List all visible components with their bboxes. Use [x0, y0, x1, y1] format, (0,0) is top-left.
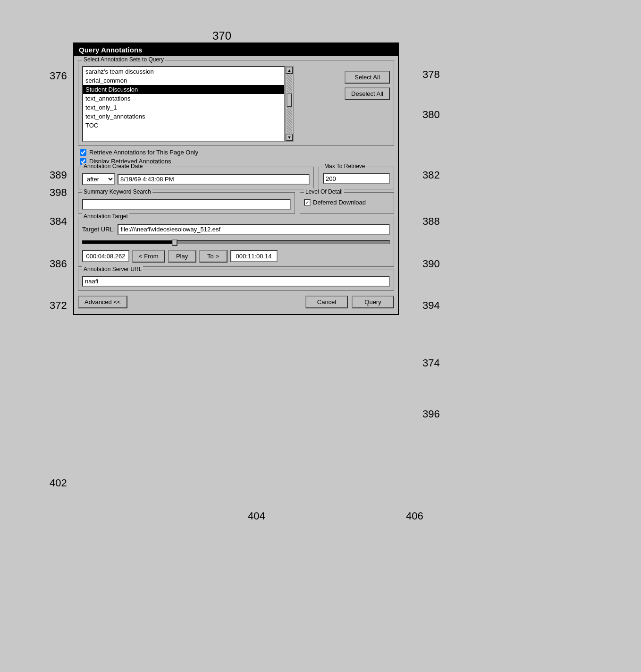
target-url-row: Target URL:: [82, 224, 390, 235]
bottom-buttons: Advanced << Cancel Query: [78, 294, 394, 310]
scroll-down-btn[interactable]: ▼: [286, 134, 293, 141]
list-item[interactable]: text_annotations: [83, 94, 284, 103]
slider-thumb[interactable]: [172, 239, 177, 246]
dialog: Query Annotations Select Annotation Sets…: [73, 43, 399, 315]
dialog-body: Select Annotation Sets to Query sarahz's…: [74, 56, 398, 314]
date-max-row: Annotation Create Date after before on M…: [78, 167, 394, 189]
ref-390: 390: [422, 258, 440, 270]
ref-382: 382: [422, 169, 440, 181]
create-date-group: Annotation Create Date after before on: [78, 167, 314, 189]
slider-container: [82, 238, 390, 247]
scroll-up-btn[interactable]: ▲: [286, 67, 293, 74]
list-item[interactable]: sarahz's team discussion: [83, 67, 284, 76]
time-from-display: 000:04:08.262: [82, 250, 129, 262]
max-retrieve-input-row: [323, 173, 390, 184]
server-url-input[interactable]: [82, 276, 390, 287]
ref-370: 370: [212, 29, 231, 43]
ref-372: 372: [50, 299, 67, 312]
page-wrapper: 370 376 378 380 389 398 382 384 388 386 …: [0, 0, 641, 672]
deselect-all-button[interactable]: Deselect All: [345, 87, 390, 100]
cancel-button[interactable]: Cancel: [305, 296, 348, 308]
keyword-group: Summary Keyword Search: [78, 192, 295, 214]
ref-380: 380: [422, 109, 440, 121]
scroll-track: [287, 74, 292, 134]
playback-row: 000:04:08.262 < From Play To > 000:11:00…: [82, 250, 390, 263]
from-button[interactable]: < From: [132, 250, 165, 263]
play-button[interactable]: Play: [168, 250, 196, 263]
server-url-label: Annotation Server URL: [82, 266, 143, 272]
deferred-download-checkbox-visual[interactable]: ✓: [304, 199, 311, 206]
query-button[interactable]: Query: [352, 296, 394, 308]
annotation-sets-label: Select Annotation Sets to Query: [82, 56, 165, 63]
date-value-input[interactable]: [118, 174, 310, 185]
list-item[interactable]: text_only_1: [83, 103, 284, 112]
retrieve-page-label: Retrieve Annotations for This Page Only: [89, 149, 198, 156]
level-detail-input-row: ✓ Deferred Download: [304, 199, 390, 206]
target-url-prefix: Target URL:: [82, 226, 115, 233]
target-url-input[interactable]: [118, 224, 390, 235]
create-date-label: Annotation Create Date: [82, 163, 144, 170]
to-button[interactable]: To >: [199, 250, 228, 263]
checkboxes-container: Retrieve Annotations for This Page Only …: [78, 149, 394, 165]
max-retrieve-label: Max To Retrieve: [323, 163, 366, 170]
scroll-thumb[interactable]: [287, 93, 292, 107]
ref-394: 394: [422, 299, 440, 312]
level-detail-label: Level Of Detail: [304, 188, 344, 195]
list-item-selected[interactable]: Student Discussion: [83, 85, 284, 94]
keyword-input[interactable]: [82, 199, 291, 210]
list-side-buttons: Select All Deselect All: [345, 71, 390, 100]
ref-396: 396: [422, 408, 440, 420]
max-retrieve-input[interactable]: [323, 173, 390, 184]
keyword-detail-row: Summary Keyword Search Level Of Detail ✓…: [78, 192, 394, 214]
deferred-download-label: Deferred Download: [313, 199, 366, 206]
select-all-button[interactable]: Select All: [345, 71, 390, 84]
ref-389: 389: [50, 169, 67, 181]
annotation-sets-list[interactable]: sarahz's team discussion serial_common S…: [82, 66, 285, 142]
annotation-target-section: Annotation Target Target URL: 0: [78, 217, 394, 267]
ref-376: 376: [50, 70, 67, 82]
server-url-section: Annotation Server URL: [78, 270, 394, 291]
level-detail-group: Level Of Detail ✓ Deferred Download: [300, 192, 394, 214]
ref-378: 378: [422, 68, 440, 81]
keyword-label: Summary Keyword Search: [82, 188, 152, 195]
annotation-sets-section: Select Annotation Sets to Query sarahz's…: [78, 60, 394, 146]
keyword-input-row: [82, 199, 291, 210]
retrieve-page-checkbox-row: Retrieve Annotations for This Page Only: [80, 149, 392, 156]
bottom-right-buttons: Cancel Query: [305, 296, 394, 308]
list-item[interactable]: serial_common: [83, 76, 284, 85]
list-item[interactable]: text_only_annotations: [83, 112, 284, 121]
time-to-display: 000:11:00.14: [230, 250, 278, 262]
ref-386: 386: [50, 258, 67, 270]
ref-402: 402: [50, 477, 67, 489]
list-scrollbar[interactable]: ▲ ▼: [285, 66, 294, 142]
create-date-input-row: after before on: [82, 173, 310, 185]
slider-fill: [83, 241, 175, 244]
annotation-target-label: Annotation Target: [82, 213, 129, 220]
max-retrieve-group: Max To Retrieve: [319, 167, 394, 189]
ref-406: 406: [406, 510, 423, 522]
ref-384: 384: [50, 215, 67, 228]
dialog-title: Query Annotations: [74, 43, 398, 56]
advanced-button[interactable]: Advanced <<: [78, 296, 127, 308]
date-condition-dropdown[interactable]: after before on: [82, 173, 115, 185]
ref-398: 398: [50, 187, 67, 199]
ref-388: 388: [422, 215, 440, 228]
retrieve-page-checkbox[interactable]: [80, 149, 86, 156]
list-item[interactable]: TOC: [83, 121, 284, 130]
ref-404: 404: [248, 510, 265, 522]
slider-track[interactable]: [82, 240, 390, 244]
ref-374: 374: [422, 357, 440, 369]
